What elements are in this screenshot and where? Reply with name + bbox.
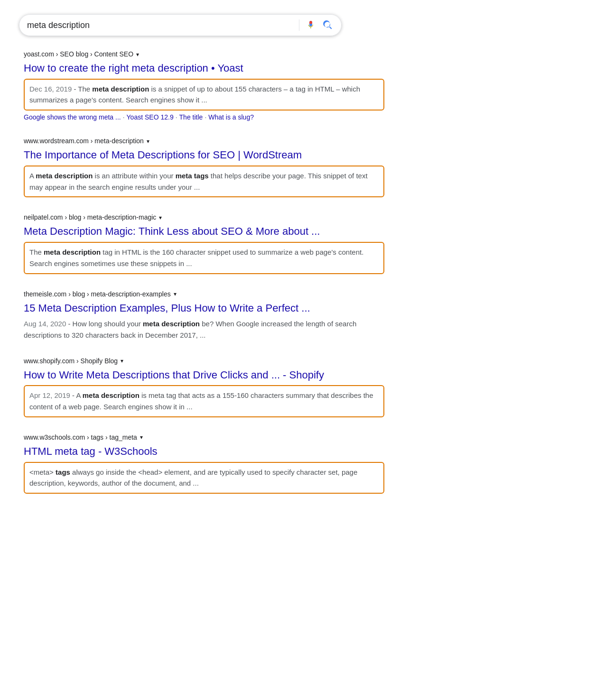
result-sitelinks: Google shows the wrong meta ... · Yoast … bbox=[24, 113, 384, 121]
url-dropdown-icon[interactable]: ▾ bbox=[147, 138, 149, 145]
mic-icon[interactable] bbox=[305, 19, 316, 31]
search-button-icon[interactable] bbox=[322, 19, 334, 31]
result-item-5: www.shopify.com › Shopify Blog▾How to Wr… bbox=[24, 356, 384, 417]
search-input[interactable] bbox=[27, 20, 293, 30]
search-icons bbox=[293, 19, 334, 31]
description-bold: meta tags bbox=[176, 172, 209, 180]
result-item-1: yoast.com › SEO blog › Content SEO▾How t… bbox=[24, 49, 384, 121]
search-bar-container bbox=[19, 14, 595, 36]
result-url: yoast.com › SEO blog › Content SEO bbox=[24, 49, 133, 59]
result-item-4: themeisle.com › blog › meta-description-… bbox=[24, 289, 384, 341]
result-description: A meta description is an attribute withi… bbox=[24, 166, 384, 197]
result-url-line: www.w3schools.com › tags › tag_meta▾ bbox=[24, 433, 384, 442]
result-description: Apr 12, 2019 - A meta description is met… bbox=[24, 385, 384, 417]
result-url-line: www.wordstream.com › meta-description▾ bbox=[24, 136, 384, 146]
sitelink-4[interactable]: What is a slug? bbox=[208, 113, 254, 121]
description-bold: meta description bbox=[36, 172, 93, 180]
url-dropdown-icon[interactable]: ▾ bbox=[121, 358, 123, 364]
sitelink-separator: · bbox=[123, 113, 125, 121]
result-url: www.w3schools.com › tags › tag_meta bbox=[24, 433, 137, 442]
result-title[interactable]: The Importance of Meta Descriptions for … bbox=[24, 148, 384, 163]
sitelink-separator: · bbox=[205, 113, 206, 121]
result-url: themeisle.com › blog › meta-description-… bbox=[24, 289, 171, 299]
description-bold: meta description bbox=[92, 85, 149, 93]
url-dropdown-icon[interactable]: ▾ bbox=[174, 291, 177, 297]
result-item-3: neilpatel.com › blog › meta-description-… bbox=[24, 212, 384, 274]
sitelink-separator: · bbox=[176, 113, 177, 121]
divider bbox=[299, 19, 299, 31]
url-dropdown-icon[interactable]: ▾ bbox=[140, 434, 143, 441]
result-title[interactable]: HTML meta tag - W3Schools bbox=[24, 444, 384, 459]
description-date: Apr 12, 2019 bbox=[29, 391, 70, 399]
result-title[interactable]: 15 Meta Description Examples, Plus How t… bbox=[24, 301, 384, 316]
result-url-line: themeisle.com › blog › meta-description-… bbox=[24, 289, 384, 299]
result-item-6: www.w3schools.com › tags › tag_meta▾HTML… bbox=[24, 433, 384, 494]
result-url: www.shopify.com › Shopify Blog bbox=[24, 356, 118, 366]
result-url-line: neilpatel.com › blog › meta-description-… bbox=[24, 212, 384, 222]
url-dropdown-icon[interactable]: ▾ bbox=[136, 51, 139, 58]
search-bar bbox=[19, 14, 342, 36]
description-bold: meta description bbox=[83, 391, 140, 399]
result-url: www.wordstream.com › meta-description bbox=[24, 136, 144, 146]
sitelink-2[interactable]: Yoast SEO 12.9 bbox=[127, 113, 174, 121]
description-bold: meta description bbox=[143, 320, 200, 328]
result-description: Dec 16, 2019 - The meta description is a… bbox=[24, 79, 384, 111]
url-dropdown-icon[interactable]: ▾ bbox=[159, 214, 162, 221]
sitelink-1[interactable]: Google shows the wrong meta ... bbox=[24, 113, 121, 121]
result-description: The meta description tag in HTML is the … bbox=[24, 242, 384, 274]
result-url-line: yoast.com › SEO blog › Content SEO▾ bbox=[24, 49, 384, 59]
result-title[interactable]: How to Write Meta Descriptions that Driv… bbox=[24, 368, 384, 383]
results-container: yoast.com › SEO blog › Content SEO▾How t… bbox=[19, 49, 595, 494]
result-title[interactable]: How to create the right meta description… bbox=[24, 61, 384, 76]
description-bold: meta description bbox=[44, 248, 101, 256]
result-url: neilpatel.com › blog › meta-description-… bbox=[24, 212, 156, 222]
result-url-line: www.shopify.com › Shopify Blog▾ bbox=[24, 356, 384, 366]
description-bold: tags bbox=[56, 468, 70, 476]
result-description: <meta> tags always go inside the <head> … bbox=[24, 462, 384, 494]
description-date: Aug 14, 2020 bbox=[24, 320, 66, 328]
result-description: Aug 14, 2020 - How long should your meta… bbox=[24, 318, 384, 341]
result-title[interactable]: Meta Description Magic: Think Less about… bbox=[24, 224, 384, 239]
description-date: Dec 16, 2019 bbox=[29, 85, 72, 93]
result-item-2: www.wordstream.com › meta-description▾Th… bbox=[24, 136, 384, 197]
sitelink-3[interactable]: The title bbox=[179, 113, 203, 121]
